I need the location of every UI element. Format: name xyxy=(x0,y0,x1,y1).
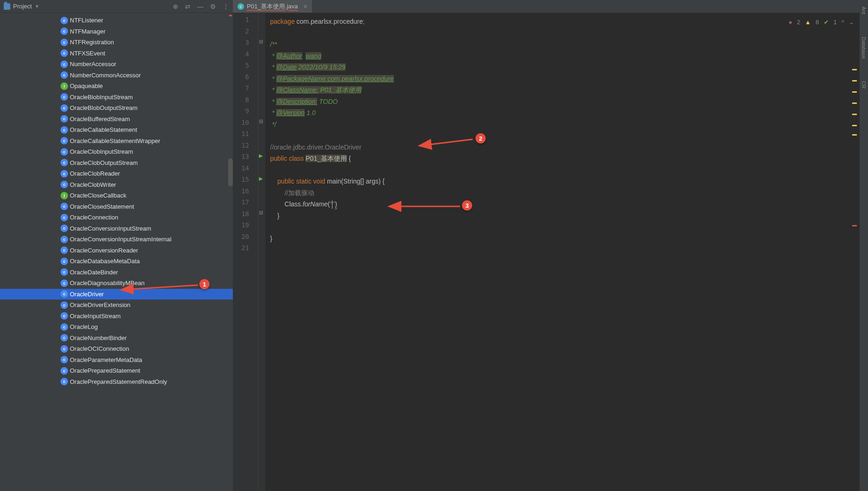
tree-item[interactable]: OracleInputStream xyxy=(0,311,233,322)
tree-item[interactable]: NTFXSEvent xyxy=(0,48,233,59)
tree-item[interactable]: OracleDriverExtension xyxy=(0,300,233,311)
tab-active[interactable]: c P01_基本使用.java × xyxy=(233,0,312,13)
tree-item-label: OracleDriverExtension xyxy=(70,301,130,308)
ant-tab[interactable]: Ant xyxy=(860,5,868,16)
code-line: * @ClassName: P01_基本使用 xyxy=(270,84,860,96)
more-icon[interactable]: ⋮ xyxy=(223,3,229,10)
line-number[interactable]: 13 xyxy=(233,153,258,164)
tree-item[interactable]: NTFListener xyxy=(0,15,233,26)
error-count: 2 xyxy=(797,17,800,28)
database-tab[interactable]: Database xyxy=(860,35,868,61)
line-number[interactable]: 7 xyxy=(233,84,258,96)
line-number[interactable]: 11 xyxy=(233,130,258,142)
scrollbar[interactable] xyxy=(228,158,233,186)
line-number[interactable]: 2 xyxy=(233,27,258,39)
tree-item[interactable]: OracleConversionInputStreamInternal xyxy=(0,234,233,245)
folder-icon xyxy=(4,3,10,10)
err-mark[interactable] xyxy=(852,225,857,226)
class-icon xyxy=(61,93,68,101)
tree-item[interactable]: OracleClosedStatement xyxy=(0,201,233,212)
sidebar-header: Project ▼ ⊕ ⇄ — ⚙ ⋮ xyxy=(0,0,233,13)
tree-item[interactable]: OracleBufferedStream xyxy=(0,114,233,125)
warn-mark[interactable] xyxy=(852,91,857,93)
code-area[interactable]: ●2 ▲8 ✔1 ^ ⌄ package com.pearlsx.procedu… xyxy=(265,13,860,491)
warn-mark[interactable] xyxy=(852,125,857,126)
tree-item[interactable]: OracleCallableStatement xyxy=(0,124,233,136)
tree-item[interactable]: OracleBlobInputStream xyxy=(0,92,233,103)
warn-mark[interactable] xyxy=(852,114,857,115)
warn-mark[interactable] xyxy=(852,102,857,104)
tree-item-label: OracleConversionInputStreamInternal xyxy=(70,236,171,243)
settings-icon[interactable]: ⚙ xyxy=(210,3,216,10)
line-number[interactable]: 21 xyxy=(233,244,258,256)
hide-icon[interactable]: — xyxy=(197,3,203,10)
line-number[interactable]: 17 xyxy=(233,198,258,210)
line-number[interactable]: 14 xyxy=(233,164,258,176)
tree-item[interactable]: OracleConversionInputStream xyxy=(0,223,233,234)
project-tree[interactable]: NTFListenerNTFManagerNTFRegistrationNTFX… xyxy=(0,13,233,491)
chevron-down-icon[interactable]: ⌄ xyxy=(849,17,854,28)
line-number[interactable]: 10 xyxy=(233,119,258,130)
fold-end-icon[interactable]: ⊟ xyxy=(259,210,263,216)
line-number[interactable]: 8 xyxy=(233,96,258,108)
tree-item[interactable]: OracleNumberBinder xyxy=(0,333,233,344)
project-dropdown[interactable]: Project ▼ xyxy=(4,3,39,10)
code-line: * @Author wang xyxy=(270,50,860,62)
tab-filename: P01_基本使用.java xyxy=(247,2,298,11)
cr-tab[interactable]: CR xyxy=(860,79,868,90)
tree-item[interactable]: NumberCommonAccessor xyxy=(0,70,233,81)
tree-item[interactable]: NTFRegistration xyxy=(0,37,233,48)
line-number[interactable]: 19 xyxy=(233,221,258,233)
tree-item[interactable]: OracleCallableStatementWrapper xyxy=(0,136,233,147)
line-number[interactable]: 9 xyxy=(233,107,258,119)
close-icon[interactable]: × xyxy=(304,3,307,10)
tree-item[interactable]: OracleDiagnosabilityMBean xyxy=(0,278,233,289)
tree-item[interactable]: OraclePreparedStatementReadOnly xyxy=(0,376,233,388)
line-number[interactable]: 20 xyxy=(233,233,258,245)
line-number[interactable]: 18 xyxy=(233,210,258,222)
chevron-up-icon[interactable]: ^ xyxy=(841,17,844,28)
line-number[interactable]: 5 xyxy=(233,61,258,73)
line-number[interactable]: 4 xyxy=(233,50,258,62)
line-number[interactable]: 3 xyxy=(233,39,258,50)
tree-item[interactable]: OracleDriver xyxy=(0,289,233,300)
tree-item[interactable]: OracleParameterMetaData xyxy=(0,355,233,366)
tree-item[interactable]: OraclePreparedStatement xyxy=(0,365,233,376)
tree-item[interactable]: OracleClobOutputStream xyxy=(0,157,233,169)
line-number[interactable]: 12 xyxy=(233,142,258,153)
interface-icon xyxy=(61,192,68,199)
warn-mark[interactable] xyxy=(852,80,857,82)
fold-gutter[interactable]: ⊟ ⊟ ▶ ▶ ⊟ xyxy=(258,13,265,491)
warn-mark[interactable] xyxy=(852,69,857,70)
tree-item[interactable]: OracleClobInputStream xyxy=(0,146,233,157)
inspections-widget[interactable]: ●2 ▲8 ✔1 ^ ⌄ xyxy=(788,17,854,28)
fold-start-icon[interactable]: ⊟ xyxy=(259,39,263,45)
run-method-icon[interactable]: ▶ xyxy=(259,176,263,182)
tree-item[interactable]: OracleConnection xyxy=(0,212,233,223)
line-number[interactable]: 6 xyxy=(233,73,258,85)
collapse-icon[interactable]: ⇄ xyxy=(185,3,190,10)
tree-item[interactable]: OracleDatabaseMetaData xyxy=(0,256,233,267)
tree-item[interactable]: OracleConversionReader xyxy=(0,245,233,256)
line-number[interactable]: 15 xyxy=(233,176,258,187)
tree-item[interactable]: OracleCloseCallback xyxy=(0,190,233,201)
class-icon xyxy=(61,268,68,276)
tree-item[interactable]: Opaqueable xyxy=(0,81,233,92)
warn-mark[interactable] xyxy=(852,134,857,136)
line-number[interactable]: 1 xyxy=(233,16,258,27)
tree-item[interactable]: NTFManager xyxy=(0,26,233,37)
class-icon xyxy=(61,290,68,298)
locate-icon[interactable]: ⊕ xyxy=(173,3,178,10)
tree-item[interactable]: OracleBlobOutputStream xyxy=(0,102,233,114)
run-class-icon[interactable]: ▶ xyxy=(259,153,263,159)
tree-item[interactable]: OracleClobReader xyxy=(0,168,233,179)
tree-item-label: OracleNumberBinder xyxy=(70,334,127,341)
tree-item[interactable]: OracleLog xyxy=(0,321,233,333)
tree-item[interactable]: NumberAccessor xyxy=(0,59,233,70)
fold-end-icon[interactable]: ⊟ xyxy=(259,118,263,124)
line-number[interactable]: 16 xyxy=(233,187,258,199)
tree-item[interactable]: OracleDateBinder xyxy=(0,267,233,278)
tree-item[interactable]: OracleClobWriter xyxy=(0,179,233,191)
line-gutter[interactable]: 123456789101112131415161718192021 xyxy=(233,13,258,491)
tree-item[interactable]: OracleOCIConnection xyxy=(0,343,233,355)
